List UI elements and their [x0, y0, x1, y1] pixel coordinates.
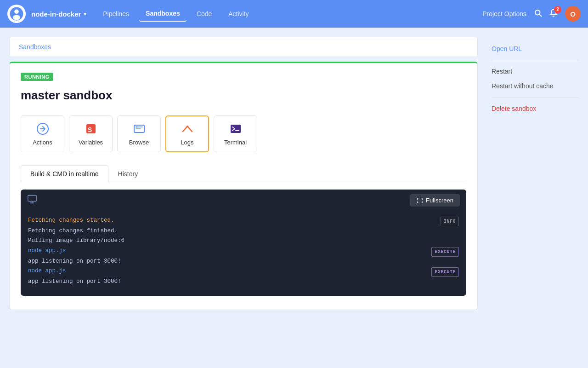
tile-logs-label: Logs [181, 139, 193, 146]
sidebar-right: Open URL Restart Restart without cache D… [478, 37, 579, 310]
sandbox-card: RUNNING master sandbox Actions S Va [9, 62, 478, 310]
content-area: Sandboxes RUNNING master sandbox Actions [9, 37, 478, 310]
project-options-button[interactable]: Project Options [482, 10, 526, 17]
sidebar-divider-2 [492, 97, 579, 98]
tile-variables[interactable]: S Variables [69, 115, 113, 152]
log-badge-execute-2: EXECUTE [431, 267, 459, 277]
breadcrumb-text[interactable]: Sandboxes [19, 43, 51, 51]
project-name[interactable]: node-in-docker ▼ [31, 10, 87, 18]
main-layout: Sandboxes RUNNING master sandbox Actions [0, 28, 588, 319]
log-text: app listening on port 3000! [28, 257, 459, 266]
log-line: app listening on port 3000! [28, 277, 459, 287]
tile-actions-label: Actions [33, 139, 52, 146]
tile-logs[interactable]: Logs [165, 115, 209, 152]
tile-browse[interactable]: Browse [117, 115, 161, 152]
notification-badge: 2 [554, 6, 561, 13]
notifications-button[interactable]: 2 [549, 9, 558, 19]
log-text: Fetching changes finished. [28, 226, 459, 236]
breadcrumb: Sandboxes [9, 37, 478, 57]
log-line: Pulling image library/node:6 [28, 236, 459, 246]
log-badge-info: INFO [441, 217, 459, 226]
log-line: node app.js EXECUTE [28, 246, 459, 257]
tile-terminal[interactable]: Terminal [214, 115, 257, 152]
sidebar-divider [492, 60, 579, 60]
log-text: Pulling image library/node:6 [28, 236, 459, 246]
log-line: node app.js EXECUTE [28, 266, 459, 277]
svg-point-2 [13, 15, 20, 20]
user-avatar[interactable]: O [565, 6, 581, 22]
log-text: app listening on port 3000! [28, 277, 459, 287]
search-button[interactable] [534, 9, 542, 19]
terminal-monitor-icon [27, 194, 37, 207]
log-text: Fetching changes started. [28, 216, 437, 225]
svg-point-1 [14, 9, 19, 14]
svg-rect-9 [136, 126, 137, 128]
open-url-action[interactable]: Open URL [492, 41, 579, 56]
status-badge: RUNNING [21, 73, 53, 81]
delete-sandbox-action[interactable]: Delete sandbox [492, 101, 579, 116]
tab-build-cmd[interactable]: Build & CMD in realtime [21, 165, 108, 182]
navbar: node-in-docker ▼ Pipelines Sandboxes Cod… [0, 0, 588, 28]
logo [7, 5, 26, 23]
svg-text:S: S [88, 126, 92, 133]
sandbox-title: master sandbox [21, 88, 466, 103]
tile-variables-label: Variables [79, 139, 103, 146]
terminal-header: Fullscreen [21, 190, 466, 211]
tab-history[interactable]: History [108, 165, 148, 182]
restart-no-cache-action[interactable]: Restart without cache [492, 79, 579, 93]
svg-rect-11 [28, 196, 36, 201]
log-line: app listening on port 3000! [28, 257, 459, 266]
restart-action[interactable]: Restart [492, 64, 579, 79]
nav-activity[interactable]: Activity [222, 6, 255, 21]
log-line: Fetching changes started. INFO [28, 216, 459, 226]
fullscreen-button[interactable]: Fullscreen [410, 194, 460, 207]
nav-pipelines[interactable]: Pipelines [96, 6, 136, 21]
tabs-bar: Build & CMD in realtime History [21, 165, 466, 182]
icon-tiles: Actions S Variables Browse [21, 115, 466, 152]
nav-right: Project Options 2 O [482, 6, 581, 22]
nav-sandboxes[interactable]: Sandboxes [139, 6, 187, 22]
log-text: node app.js [28, 266, 428, 276]
nav-code[interactable]: Code [190, 6, 218, 21]
terminal-body: Fetching changes started. INFO Fetching … [21, 211, 466, 296]
chevron-down-icon: ▼ [83, 12, 87, 17]
tile-actions[interactable]: Actions [21, 115, 64, 152]
log-line: Fetching changes finished. [28, 226, 459, 236]
tile-terminal-label: Terminal [224, 139, 247, 146]
terminal-container: Fullscreen Fetching changes started. INF… [21, 190, 466, 296]
svg-rect-10 [231, 125, 241, 133]
log-badge-execute: EXECUTE [431, 247, 459, 257]
log-text: node app.js [28, 246, 428, 256]
tile-browse-label: Browse [129, 139, 149, 146]
svg-line-4 [539, 14, 541, 16]
